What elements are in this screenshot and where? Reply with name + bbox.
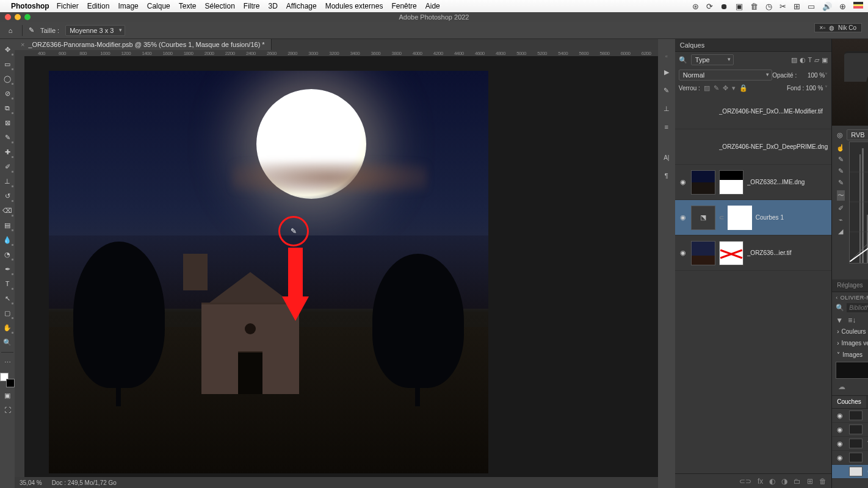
menu-selection[interactable]: Sélection bbox=[204, 2, 234, 10]
fx-icon[interactable]: fx bbox=[758, 477, 763, 486]
visibility-toggle[interactable]: ◉ bbox=[836, 412, 844, 420]
play-icon[interactable]: ▶ bbox=[661, 66, 672, 77]
pencil-curve-icon[interactable]: ✐ bbox=[838, 204, 844, 212]
channel-row[interactable]: ◉Bleu⌘5 bbox=[832, 451, 868, 465]
healing-tool[interactable]: ✚ bbox=[1, 145, 14, 159]
visibility-toggle[interactable]: ◉ bbox=[836, 440, 844, 448]
tray-display-icon[interactable]: ▭ bbox=[808, 2, 815, 11]
quick-select-tool[interactable]: ⊘ bbox=[1, 87, 14, 100]
visibility-toggle[interactable]: ◉ bbox=[679, 178, 687, 186]
layer-thumbnail[interactable] bbox=[691, 241, 715, 265]
tray-trash-icon[interactable]: 🗑 bbox=[750, 2, 758, 11]
close-window-button[interactable] bbox=[5, 14, 11, 20]
minimize-window-button[interactable] bbox=[15, 14, 21, 20]
filter-type-icon[interactable]: T bbox=[808, 56, 812, 64]
crop-tool[interactable]: ⧉ bbox=[1, 101, 14, 115]
tray-rec-icon[interactable]: ⏺ bbox=[720, 2, 728, 11]
dodge-tool[interactable]: ◔ bbox=[1, 248, 14, 261]
search-icon[interactable]: 🔍 bbox=[679, 56, 687, 64]
tray-flag-icon[interactable] bbox=[853, 2, 863, 9]
zoom-window-button[interactable] bbox=[24, 14, 31, 20]
nik-collection-tab[interactable]: ×▫◍Nik Co bbox=[814, 23, 862, 32]
path-select-tool[interactable]: ↖ bbox=[1, 292, 14, 305]
character-panel-icon[interactable]: A| bbox=[661, 152, 672, 163]
tray-sync-icon[interactable]: ⟳ bbox=[706, 2, 713, 11]
tray-cam-icon[interactable]: ▣ bbox=[736, 2, 743, 11]
lock-trans-icon[interactable]: ▨ bbox=[704, 84, 710, 92]
menu-filtre[interactable]: Filtre bbox=[244, 2, 260, 10]
target-adjust-icon[interactable]: ◎ bbox=[837, 131, 843, 139]
edit-toolbar-icon[interactable]: ⋯ bbox=[1, 356, 14, 369]
layer-row[interactable]: ◉ ⬔ ⊂ Courbes 1 bbox=[675, 200, 831, 235]
tray-volume-icon[interactable]: 🔊 bbox=[822, 2, 832, 11]
blur-tool[interactable]: 💧 bbox=[1, 233, 14, 246]
eyedropper-tool[interactable]: ✎ bbox=[1, 131, 14, 144]
zoom-tool[interactable]: 🔍 bbox=[1, 336, 14, 349]
visibility-toggle[interactable]: ◉ bbox=[836, 454, 844, 462]
new-layer-icon[interactable]: ⊞ bbox=[807, 477, 813, 486]
layer-row[interactable]: _ORZ6406-NEF_DxO...ME-Modifier.tif bbox=[675, 94, 831, 129]
on-image-tool-icon[interactable]: ☝ bbox=[836, 144, 845, 152]
library-asset[interactable] bbox=[836, 362, 868, 379]
clone-panel-icon[interactable]: ⊥ bbox=[661, 103, 672, 114]
tray-game-icon[interactable]: ⊕ bbox=[839, 2, 846, 11]
filter-adjust-icon[interactable]: ◐ bbox=[800, 56, 806, 64]
adjustment-thumbnail[interactable]: ⬔ bbox=[691, 206, 715, 230]
brush-tool[interactable]: ✐ bbox=[1, 160, 14, 173]
visibility-toggle[interactable]: ◉ bbox=[679, 214, 687, 221]
curves-channel-dropdown[interactable]: RVB bbox=[847, 129, 868, 140]
menu-modules[interactable]: Modules externes bbox=[325, 2, 383, 10]
ruler-horizontal[interactable]: 4006008001000120014001600180020002200240… bbox=[15, 50, 675, 56]
zoom-level[interactable]: 35,04 % bbox=[20, 479, 42, 486]
histogram-clip-icon[interactable]: ◢ bbox=[838, 228, 843, 235]
history-panel-icon[interactable]: ≡ bbox=[661, 121, 672, 132]
sort-icon[interactable]: ≡↓ bbox=[848, 316, 856, 325]
menu-3d[interactable]: 3D bbox=[269, 2, 278, 10]
filter-icon[interactable]: ▼ bbox=[836, 316, 843, 325]
menu-image[interactable]: Image bbox=[118, 2, 138, 10]
layer-mask-thumbnail[interactable] bbox=[728, 206, 752, 230]
white-sampler-icon[interactable]: ✎ bbox=[838, 156, 844, 163]
close-icon[interactable]: × bbox=[21, 41, 24, 48]
layer-row[interactable]: ◉ _ORZ6382...IME.dng bbox=[675, 165, 831, 200]
lib-section-colors[interactable]: ›Couleurs bbox=[836, 326, 868, 337]
layer-filter-kind[interactable]: Type bbox=[691, 54, 734, 65]
quickmask-toggle[interactable]: ▣ bbox=[1, 389, 14, 402]
visibility-toggle[interactable]: ◉ bbox=[836, 426, 844, 434]
move-tool[interactable]: ✥ bbox=[1, 43, 14, 56]
menu-affichage[interactable]: Affichage bbox=[286, 2, 317, 10]
menu-edition[interactable]: Edition bbox=[87, 2, 110, 10]
curves-graph[interactable] bbox=[849, 142, 868, 264]
document-tab[interactable]: × _ORZ6366-Panorama-Modifier.psb @ 35% (… bbox=[15, 39, 272, 50]
new-group-icon[interactable]: 🗀 bbox=[794, 477, 801, 486]
menu-fichier[interactable]: Fichier bbox=[57, 2, 79, 10]
layer-name[interactable]: _ORZ6406-NEF_DxO_DeepPRIME.dng bbox=[719, 143, 828, 150]
tray-scissors-icon[interactable]: ✂ bbox=[779, 2, 786, 11]
shape-tool[interactable]: ▢ bbox=[1, 306, 14, 320]
smooth-curve-icon[interactable]: ⌁ bbox=[839, 216, 843, 224]
sample-size-dropdown[interactable]: Moyenne 3 x 3 bbox=[65, 25, 125, 36]
fill-value[interactable]: 100 % bbox=[806, 85, 823, 92]
channel-row[interactable]: ◉Vert⌘4 bbox=[832, 437, 868, 451]
menu-aide[interactable]: Aide bbox=[425, 2, 440, 10]
marquee-tool[interactable]: ▭ bbox=[1, 57, 14, 71]
history-brush-tool[interactable]: ↺ bbox=[1, 189, 14, 203]
brush-panel-icon[interactable]: ✎ bbox=[661, 85, 672, 96]
doc-size[interactable]: Doc : 249,5 Mo/1,72 Go bbox=[52, 479, 117, 486]
app-name[interactable]: Photoshop bbox=[11, 2, 49, 10]
tab-couches[interactable]: Couches bbox=[832, 396, 866, 408]
layer-name[interactable]: Courbes 1 bbox=[756, 214, 828, 221]
filter-shape-icon[interactable]: ▱ bbox=[814, 56, 819, 64]
cloud-icon[interactable]: ☁ bbox=[838, 382, 845, 391]
gradient-tool[interactable]: ▤ bbox=[1, 218, 14, 232]
library-search-input[interactable] bbox=[847, 303, 868, 312]
layer-mask-thumbnail[interactable] bbox=[719, 170, 743, 195]
link-layers-icon[interactable]: ⊂⊃ bbox=[739, 477, 751, 486]
layer-thumbnail[interactable] bbox=[691, 170, 715, 195]
layers-panel-title[interactable]: Calques bbox=[675, 39, 831, 52]
channel-row[interactable]: Courbes 1 Masque& bbox=[832, 465, 868, 479]
ruler-vertical[interactable] bbox=[15, 56, 24, 488]
channel-row[interactable]: ◉RVB⌘2 bbox=[832, 409, 868, 423]
layer-name[interactable]: _ORZ6406-NEF_DxO...ME-Modifier.tif bbox=[719, 108, 828, 115]
tray-grid-icon[interactable]: ⊞ bbox=[794, 2, 800, 11]
